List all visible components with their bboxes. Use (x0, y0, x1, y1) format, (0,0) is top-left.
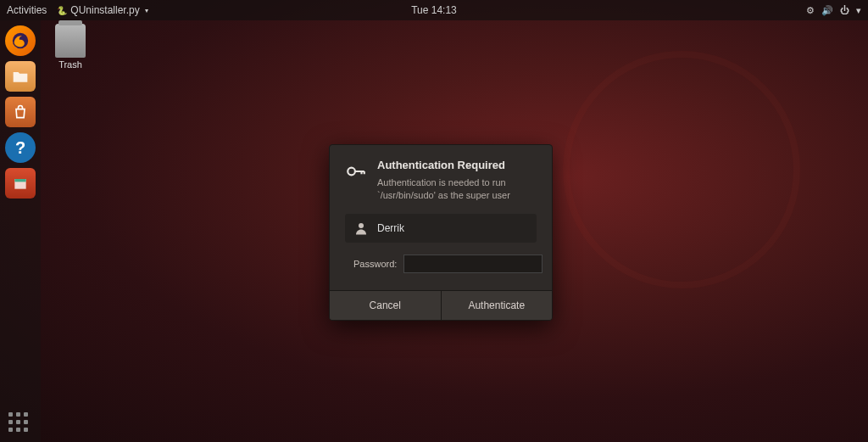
firefox-icon (11, 31, 30, 50)
trash-label: Trash (49, 59, 92, 70)
password-label: Password: (353, 259, 397, 269)
top-bar: Activities 🐍 QUninstaller.py ▾ Tue 14:13… (0, 0, 868, 20)
svg-point-4 (359, 223, 364, 228)
bag-icon (12, 104, 29, 120)
dock: ? (0, 20, 41, 442)
folder-icon (12, 69, 29, 84)
volume-icon[interactable]: 🔊 (821, 5, 833, 16)
wallpaper-mascot (563, 51, 800, 288)
authenticate-button[interactable]: Authenticate (442, 291, 553, 320)
password-input[interactable] (403, 255, 542, 273)
dock-help[interactable]: ? (5, 132, 36, 163)
show-applications-button[interactable] (8, 412, 28, 432)
svg-rect-2 (14, 179, 25, 182)
dialog-title: Authentication Required (377, 159, 537, 171)
dock-files[interactable] (5, 61, 36, 92)
app-name-label: QUninstaller.py (70, 4, 139, 16)
network-icon[interactable]: ⚙ (806, 5, 815, 16)
app-menu[interactable]: 🐍 QUninstaller.py ▾ (57, 4, 147, 16)
activities-button[interactable]: Activities (7, 4, 47, 16)
user-icon (353, 221, 369, 236)
trash-icon (55, 24, 86, 58)
chevron-down-icon[interactable]: ▾ (856, 5, 861, 16)
password-row: Password: (345, 251, 537, 278)
cancel-button[interactable]: Cancel (330, 291, 442, 320)
dock-app[interactable] (5, 168, 36, 199)
package-icon (12, 175, 29, 192)
dialog-message: Authentication is needed to run `/usr/bi… (377, 176, 537, 202)
power-icon[interactable]: ⏻ (840, 5, 849, 15)
svg-point-3 (348, 168, 355, 176)
python-icon: 🐍 (57, 6, 67, 15)
dock-firefox[interactable] (5, 25, 36, 56)
user-row: Derrik (345, 214, 537, 243)
dock-software[interactable] (5, 97, 36, 127)
clock[interactable]: Tue 14:13 (411, 4, 457, 16)
user-name: Derrik (377, 222, 404, 234)
chevron-down-icon: ▾ (145, 7, 148, 14)
auth-dialog: Authentication Required Authentication i… (329, 144, 553, 321)
desktop-trash[interactable]: Trash (49, 24, 92, 70)
key-icon (345, 160, 367, 182)
dialog-button-bar: Cancel Authenticate (330, 290, 552, 320)
question-icon: ? (15, 138, 25, 158)
